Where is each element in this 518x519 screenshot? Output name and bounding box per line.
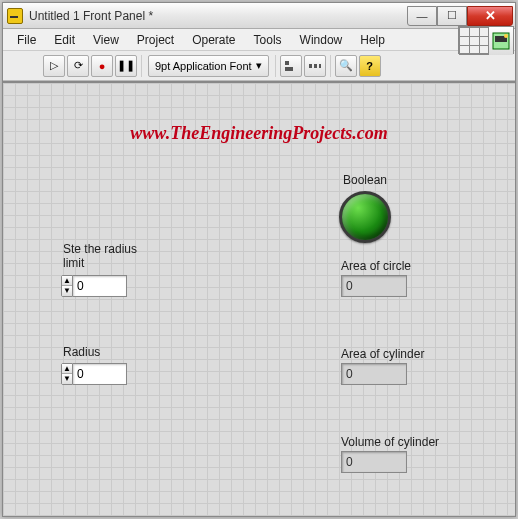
toolbar: ▷ ⟳ ● ❚❚ 9pt Application Font ▾ 🔍 ?	[3, 51, 515, 81]
svg-point-2	[504, 34, 508, 38]
run-button[interactable]: ▷	[43, 55, 65, 77]
app-icon	[7, 8, 23, 24]
spin-up-button[interactable]: ▲	[62, 276, 72, 286]
toolbar-divider	[275, 55, 276, 77]
menu-help[interactable]: Help	[352, 31, 393, 49]
titlebar[interactable]: Untitled 1 Front Panel * — ☐ ✕	[3, 3, 515, 29]
run-continuous-button[interactable]: ⟳	[67, 55, 89, 77]
svg-rect-7	[319, 64, 321, 68]
radius-limit-label: Ste the radius limit	[63, 242, 137, 270]
toolbar-divider	[330, 55, 331, 77]
area-circle-label: Area of circle	[341, 259, 411, 273]
spin-up-button[interactable]: ▲	[62, 364, 72, 374]
panel-icon-editor[interactable]	[458, 26, 514, 54]
area-circle-indicator: 0	[341, 275, 407, 297]
help-button[interactable]: ?	[359, 55, 381, 77]
boolean-led[interactable]	[339, 191, 391, 243]
toolbar-divider	[141, 55, 142, 77]
volume-cylinder-indicator: 0	[341, 451, 407, 473]
menu-project[interactable]: Project	[129, 31, 182, 49]
vi-icon	[489, 27, 513, 55]
area-cylinder-label: Area of cylinder	[341, 347, 424, 361]
radius-limit-control[interactable]: ▲ ▼ 0	[61, 275, 127, 297]
window-title: Untitled 1 Front Panel *	[29, 9, 407, 23]
radius-limit-field[interactable]: 0	[73, 275, 127, 297]
search-button[interactable]: 🔍	[335, 55, 357, 77]
svg-rect-4	[285, 67, 293, 71]
grid-icon	[459, 27, 489, 55]
align-button[interactable]	[280, 55, 302, 77]
menu-window[interactable]: Window	[292, 31, 351, 49]
menu-operate[interactable]: Operate	[184, 31, 243, 49]
menu-view[interactable]: View	[85, 31, 127, 49]
spinner: ▲ ▼	[61, 275, 73, 297]
svg-rect-5	[309, 64, 312, 68]
menu-file[interactable]: File	[9, 31, 44, 49]
caret-down-icon: ▾	[256, 59, 262, 72]
boolean-label: Boolean	[343, 173, 387, 187]
svg-rect-6	[314, 64, 317, 68]
distribute-button[interactable]	[304, 55, 326, 77]
menu-edit[interactable]: Edit	[46, 31, 83, 49]
menubar: File Edit View Project Operate Tools Win…	[3, 29, 515, 51]
close-button[interactable]: ✕	[467, 6, 513, 26]
front-panel-canvas[interactable]: www.TheEngineeringProjects.com Ste the r…	[3, 81, 515, 516]
menu-tools[interactable]: Tools	[246, 31, 290, 49]
area-cylinder-indicator: 0	[341, 363, 407, 385]
maximize-button[interactable]: ☐	[437, 6, 467, 26]
radius-label: Radius	[63, 345, 100, 359]
spin-down-button[interactable]: ▼	[62, 374, 72, 384]
radius-control[interactable]: ▲ ▼ 0	[61, 363, 127, 385]
pause-button[interactable]: ❚❚	[115, 55, 137, 77]
svg-rect-3	[285, 61, 289, 65]
volume-cylinder-label: Volume of cylinder	[341, 435, 439, 449]
window: Untitled 1 Front Panel * — ☐ ✕ File Edit…	[2, 2, 516, 517]
font-selector[interactable]: 9pt Application Font ▾	[148, 55, 269, 77]
spinner: ▲ ▼	[61, 363, 73, 385]
watermark-text: www.TheEngineeringProjects.com	[130, 123, 387, 144]
minimize-button[interactable]: —	[407, 6, 437, 26]
font-label: 9pt Application Font	[155, 60, 252, 72]
radius-field[interactable]: 0	[73, 363, 127, 385]
spin-down-button[interactable]: ▼	[62, 286, 72, 296]
abort-button[interactable]: ●	[91, 55, 113, 77]
